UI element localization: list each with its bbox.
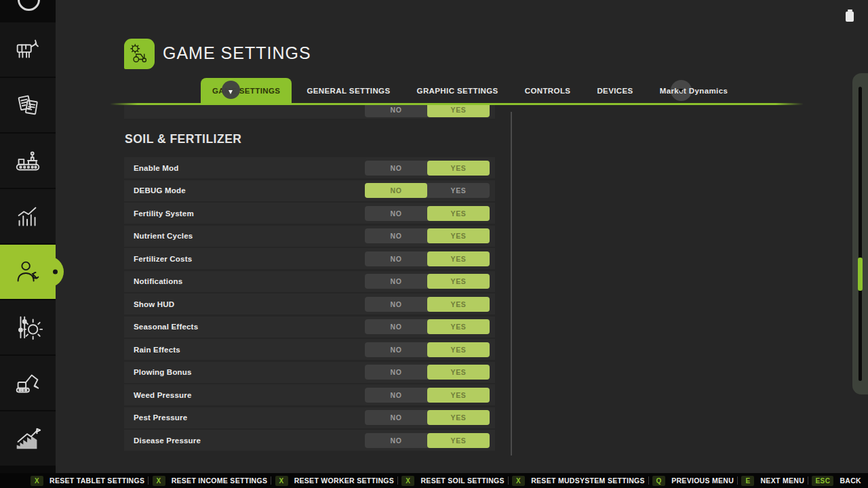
game-settings-screen: GAME SETTINGS GAME SETTINGSGENERAL SETTI… — [0, 0, 868, 488]
scrollbar-track[interactable] — [859, 87, 862, 381]
animals-icon — [12, 34, 43, 65]
toggle-yes-button[interactable]: YES — [427, 388, 490, 403]
yes-no-toggle: NO YES — [365, 342, 490, 357]
statusbar: X RESET TABLET SETTINGS X RESET INCOME S… — [0, 473, 868, 488]
yes-no-toggle: NO YES — [365, 319, 490, 334]
progress-icon — [12, 423, 43, 454]
toggle-yes-button[interactable]: YES — [427, 410, 490, 425]
tab-market-dynamics[interactable]: Market Dynamics — [648, 78, 740, 103]
toggle-yes-button[interactable]: YES — [427, 342, 490, 357]
tab-general-settings[interactable]: GENERAL SETTINGS — [295, 78, 401, 103]
hotkey-badge: X — [275, 476, 288, 486]
tab-game-settings[interactable]: GAME SETTINGS — [201, 78, 292, 103]
sidebar-item-animals[interactable] — [0, 22, 56, 77]
yes-no-toggle: NO YES — [365, 410, 490, 425]
toggle-no-button[interactable]: NO — [365, 388, 427, 403]
hotkey-badge: X — [401, 476, 414, 486]
settings-panel: NO YES SOIL & FERTILIZER Enable Mod NO Y… — [124, 105, 495, 453]
hotkey-badge: X — [512, 476, 525, 486]
hotkey-badge: ESC — [812, 476, 833, 486]
toggle-no-button[interactable]: NO — [365, 228, 427, 243]
statistics-icon — [12, 201, 43, 232]
toggle-yes-button[interactable]: YES — [427, 228, 490, 243]
toggle-no-button[interactable]: NO — [365, 183, 427, 198]
statusbar-separator — [808, 476, 808, 485]
hotkey-label: RESET SOIL SETTINGS — [420, 476, 504, 485]
active-item-notch — [46, 256, 64, 287]
sidebar-item-production[interactable] — [0, 134, 56, 188]
hotkey-badge: Q — [652, 476, 665, 486]
tab-graphic-settings[interactable]: GRAPHIC SETTINGS — [406, 78, 510, 103]
toggle-yes-button[interactable]: YES — [427, 161, 490, 176]
toggle-yes-button[interactable]: YES — [427, 105, 490, 117]
hotkey-badge: X — [31, 476, 43, 486]
hotkey-reset-soil-settings[interactable]: X RESET SOIL SETTINGS — [401, 476, 504, 486]
hotkey-reset-worker-settings[interactable]: X RESET WORKER SETTINGS — [275, 476, 394, 486]
hotkey-reset-mudsystem-settings[interactable]: X RESET MUDSYSTEM SETTINGS — [512, 476, 645, 486]
toggle-yes-button[interactable]: YES — [427, 251, 490, 266]
settings-row-weed-pressure: Weed Pressure NO YES — [124, 384, 495, 405]
tab-devices[interactable]: DEVICES — [585, 78, 644, 103]
setting-label: DEBUG Mode — [134, 186, 186, 195]
toggle-yes-button[interactable]: YES — [427, 433, 490, 448]
toggle-no-button[interactable]: NO — [365, 105, 427, 117]
sidebar-item-player-settings[interactable] — [0, 245, 56, 299]
hotkey-label: RESET WORKER SETTINGS — [294, 476, 394, 485]
toggle-no-button[interactable]: NO — [365, 206, 427, 221]
hotkey-badge: E — [741, 476, 754, 486]
mouse-cursor — [671, 80, 692, 101]
toggle-yes-button[interactable]: YES — [427, 365, 490, 380]
settings-row-show-hud: Show HUD NO YES — [124, 293, 495, 314]
toggle-no-button[interactable]: NO — [365, 433, 427, 448]
yes-no-toggle: NO YES — [365, 228, 490, 243]
yes-no-toggle: NO YES — [365, 183, 490, 198]
setting-label: Pest Pressure — [134, 413, 187, 422]
right-scrollbar[interactable] — [852, 73, 868, 394]
toggle-no-button[interactable]: NO — [365, 274, 427, 289]
sidebar-item-progress[interactable] — [0, 411, 56, 466]
statusbar-separator — [648, 476, 649, 485]
setting-label: Show HUD — [134, 300, 174, 308]
statusbar-separator — [397, 476, 398, 485]
setting-label: Enable Mod — [134, 164, 179, 172]
contracts-icon — [12, 89, 43, 121]
settings-row-notifications: Notifications NO YES — [124, 271, 495, 292]
settings-row-debug-mode: DEBUG Mode NO YES — [124, 180, 495, 201]
scrollbar-thumb[interactable] — [858, 258, 863, 291]
toggle-no-button[interactable]: NO — [365, 297, 427, 312]
hotkey-label: RESET MUDSYSTEM SETTINGS — [531, 476, 645, 485]
settings-row-clipped: NO YES — [124, 105, 495, 119]
settings-row-rain-effects: Rain Effects NO YES — [124, 339, 495, 360]
hotkey-label: RESET INCOME SETTINGS — [172, 476, 268, 485]
hotkey-reset-tablet-settings[interactable]: X RESET TABLET SETTINGS — [31, 476, 144, 486]
toggle-yes-button[interactable]: YES — [427, 183, 490, 198]
hotkey-next-menu[interactable]: E NEXT MENU — [741, 476, 804, 486]
settings-row-seasonal-effects: Seasonal Effects NO YES — [124, 317, 495, 338]
tab-controls[interactable]: CONTROLS — [513, 78, 583, 103]
toggle-no-button[interactable]: NO — [365, 342, 427, 357]
yes-no-toggle: NO YES — [365, 161, 490, 176]
hotkey-reset-income-settings[interactable]: X RESET INCOME SETTINGS — [153, 476, 268, 486]
toggle-yes-button[interactable]: YES — [427, 297, 490, 312]
toggle-no-button[interactable]: NO — [365, 319, 427, 334]
sidebar-item-contracts[interactable] — [0, 78, 56, 132]
hotkey-back[interactable]: ESC BACK — [812, 476, 861, 486]
yes-no-toggle: NO YES — [365, 105, 490, 117]
settings-row-fertilizer-costs: Fertilizer Costs NO YES — [124, 248, 495, 269]
settings-tractor-icon — [124, 39, 155, 69]
hotkey-previous-menu[interactable]: Q PREVIOUS MENU — [652, 476, 734, 486]
toggle-yes-button[interactable]: YES — [427, 206, 490, 221]
yes-no-toggle: NO YES — [365, 274, 490, 289]
sidebar-item-construction[interactable] — [0, 356, 56, 410]
toggle-yes-button[interactable]: YES — [427, 274, 490, 289]
setting-label: Disease Pressure — [134, 436, 201, 445]
hotkey-label: BACK — [840, 476, 861, 485]
toggle-no-button[interactable]: NO — [365, 410, 427, 425]
toggle-no-button[interactable]: NO — [365, 161, 427, 176]
sidebar-item-statistics[interactable] — [0, 189, 56, 243]
settings-row-enable-mod: Enable Mod NO YES — [124, 157, 495, 178]
toggle-no-button[interactable]: NO — [365, 251, 427, 266]
toggle-yes-button[interactable]: YES — [427, 319, 490, 334]
sidebar-item-game-tuning[interactable] — [0, 300, 56, 354]
toggle-no-button[interactable]: NO — [365, 365, 427, 380]
